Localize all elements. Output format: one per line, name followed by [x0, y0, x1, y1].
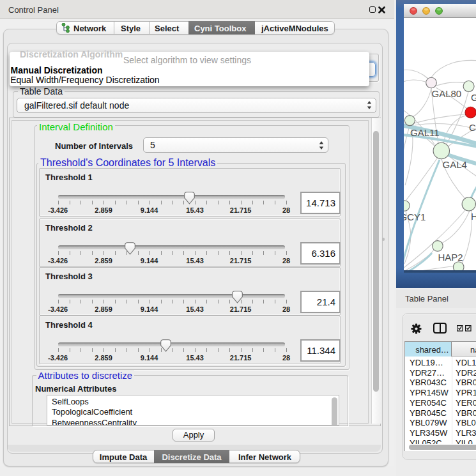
svg-text:GA: GA: [471, 92, 476, 103]
svg-text:GAL4: GAL4: [443, 159, 467, 170]
svg-text:HAP2: HAP2: [438, 252, 463, 263]
svg-text:GAL80: GAL80: [432, 88, 462, 99]
svg-text:GAL11: GAL11: [410, 127, 440, 138]
svg-text:GCY1: GCY1: [404, 211, 426, 222]
svg-text:C: C: [469, 122, 476, 133]
svg-text:H: H: [471, 211, 476, 222]
